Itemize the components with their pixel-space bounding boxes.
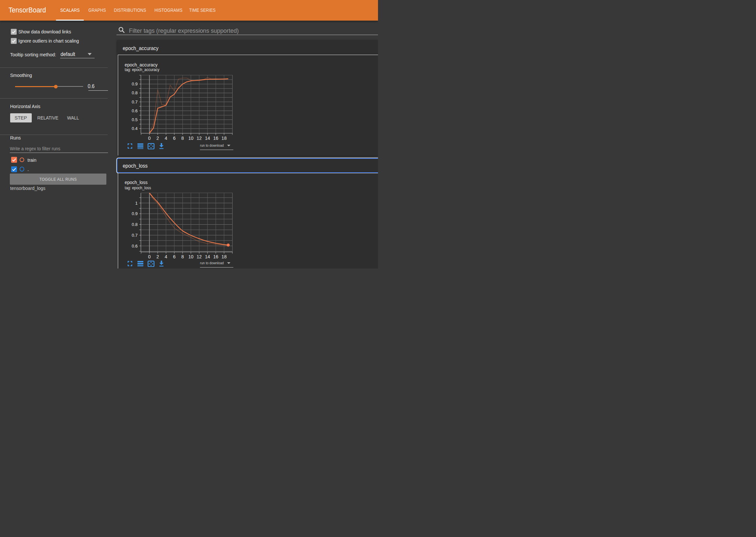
svg-text:0.7: 0.7 <box>132 233 137 238</box>
svg-text:0: 0 <box>148 136 151 141</box>
svg-text:6: 6 <box>173 136 176 141</box>
svg-text:2: 2 <box>156 254 159 259</box>
svg-text:10: 10 <box>188 254 193 259</box>
svg-text:18: 18 <box>222 136 227 141</box>
svg-text:14: 14 <box>205 254 210 259</box>
svg-text:0.4: 0.4 <box>132 126 137 131</box>
svg-text:2: 2 <box>156 136 159 141</box>
svg-text:12: 12 <box>197 254 202 259</box>
svg-text:0.8: 0.8 <box>132 90 137 95</box>
svg-text:0.9: 0.9 <box>132 82 137 86</box>
svg-text:0: 0 <box>148 254 151 259</box>
svg-text:16: 16 <box>213 136 219 141</box>
svg-text:0.7: 0.7 <box>132 100 137 104</box>
svg-text:16: 16 <box>213 254 219 259</box>
svg-text:14: 14 <box>205 136 210 141</box>
svg-text:4: 4 <box>165 254 167 259</box>
svg-text:10: 10 <box>188 136 193 141</box>
svg-text:4: 4 <box>165 136 167 141</box>
svg-text:6: 6 <box>173 254 176 259</box>
svg-text:0.6: 0.6 <box>132 108 137 113</box>
svg-text:0.8: 0.8 <box>132 222 137 227</box>
svg-text:0.5: 0.5 <box>132 117 137 122</box>
svg-text:8: 8 <box>181 136 184 141</box>
svg-text:0.6: 0.6 <box>132 244 137 249</box>
svg-text:8: 8 <box>181 254 184 259</box>
svg-text:1: 1 <box>135 201 137 206</box>
svg-text:18: 18 <box>222 254 227 259</box>
svg-text:12: 12 <box>197 136 202 141</box>
svg-text:0.9: 0.9 <box>132 211 137 216</box>
